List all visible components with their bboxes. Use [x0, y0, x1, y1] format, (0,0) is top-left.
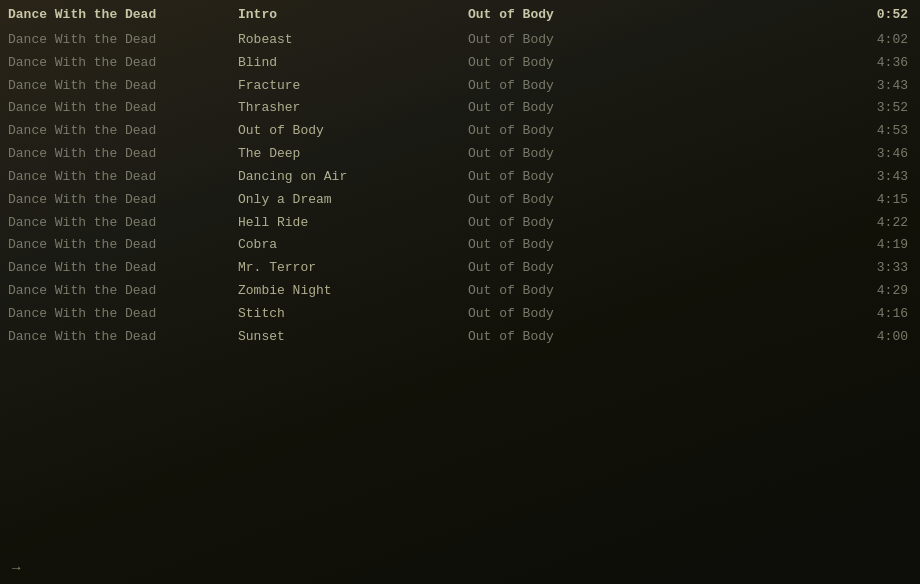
track-artist: Dance With the Dead [8, 145, 238, 164]
track-title: Zombie Night [238, 282, 468, 301]
track-artist: Dance With the Dead [8, 191, 238, 210]
table-row[interactable]: Dance With the DeadThe DeepOut of Body3:… [0, 143, 920, 166]
track-artist: Dance With the Dead [8, 99, 238, 118]
track-artist: Dance With the Dead [8, 54, 238, 73]
track-album: Out of Body [468, 214, 698, 233]
track-title: Stitch [238, 305, 468, 324]
track-album: Out of Body [468, 168, 698, 187]
track-artist: Dance With the Dead [8, 168, 238, 187]
header-album: Out of Body [468, 6, 698, 25]
table-row[interactable]: Dance With the DeadFractureOut of Body3:… [0, 75, 920, 98]
table-row[interactable]: Dance With the DeadHell RideOut of Body4… [0, 212, 920, 235]
track-artist: Dance With the Dead [8, 305, 238, 324]
track-album: Out of Body [468, 191, 698, 210]
track-duration: 4:02 [698, 31, 912, 50]
track-duration: 4:36 [698, 54, 912, 73]
track-album: Out of Body [468, 305, 698, 324]
header-title: Intro [238, 6, 468, 25]
track-duration: 4:15 [698, 191, 912, 210]
track-list-header: Dance With the Dead Intro Out of Body 0:… [0, 4, 920, 27]
table-row[interactable]: Dance With the DeadRobeastOut of Body4:0… [0, 29, 920, 52]
track-artist: Dance With the Dead [8, 77, 238, 96]
track-duration: 4:00 [698, 328, 912, 347]
table-row[interactable]: Dance With the DeadStitchOut of Body4:16 [0, 303, 920, 326]
track-title: Only a Dream [238, 191, 468, 210]
track-album: Out of Body [468, 122, 698, 141]
track-title: Dancing on Air [238, 168, 468, 187]
track-album: Out of Body [468, 259, 698, 278]
track-title: Cobra [238, 236, 468, 255]
track-title: Robeast [238, 31, 468, 50]
track-artist: Dance With the Dead [8, 214, 238, 233]
header-artist: Dance With the Dead [8, 6, 238, 25]
track-artist: Dance With the Dead [8, 259, 238, 278]
track-duration: 3:46 [698, 145, 912, 164]
track-duration: 4:19 [698, 236, 912, 255]
table-row[interactable]: Dance With the DeadSunsetOut of Body4:00 [0, 326, 920, 349]
track-title: Blind [238, 54, 468, 73]
track-duration: 4:29 [698, 282, 912, 301]
track-duration: 4:22 [698, 214, 912, 233]
track-duration: 3:43 [698, 168, 912, 187]
table-row[interactable]: Dance With the DeadThrasherOut of Body3:… [0, 97, 920, 120]
track-title: Fracture [238, 77, 468, 96]
track-album: Out of Body [468, 145, 698, 164]
table-row[interactable]: Dance With the DeadMr. TerrorOut of Body… [0, 257, 920, 280]
table-row[interactable]: Dance With the DeadOut of BodyOut of Bod… [0, 120, 920, 143]
track-album: Out of Body [468, 31, 698, 50]
track-list: Dance With the Dead Intro Out of Body 0:… [0, 0, 920, 353]
track-title: The Deep [238, 145, 468, 164]
track-duration: 3:52 [698, 99, 912, 118]
table-row[interactable]: Dance With the DeadCobraOut of Body4:19 [0, 234, 920, 257]
track-artist: Dance With the Dead [8, 122, 238, 141]
bottom-arrow-icon: → [12, 560, 20, 576]
table-row[interactable]: Dance With the DeadDancing on AirOut of … [0, 166, 920, 189]
header-duration: 0:52 [698, 6, 912, 25]
track-album: Out of Body [468, 328, 698, 347]
track-title: Hell Ride [238, 214, 468, 233]
track-album: Out of Body [468, 236, 698, 255]
track-duration: 4:53 [698, 122, 912, 141]
track-title: Sunset [238, 328, 468, 347]
track-artist: Dance With the Dead [8, 236, 238, 255]
track-album: Out of Body [468, 77, 698, 96]
track-title: Out of Body [238, 122, 468, 141]
track-artist: Dance With the Dead [8, 328, 238, 347]
table-row[interactable]: Dance With the DeadOnly a DreamOut of Bo… [0, 189, 920, 212]
track-duration: 3:43 [698, 77, 912, 96]
track-artist: Dance With the Dead [8, 31, 238, 50]
track-title: Mr. Terror [238, 259, 468, 278]
track-duration: 4:16 [698, 305, 912, 324]
track-album: Out of Body [468, 54, 698, 73]
table-row[interactable]: Dance With the DeadZombie NightOut of Bo… [0, 280, 920, 303]
track-duration: 3:33 [698, 259, 912, 278]
track-artist: Dance With the Dead [8, 282, 238, 301]
track-title: Thrasher [238, 99, 468, 118]
track-album: Out of Body [468, 99, 698, 118]
table-row[interactable]: Dance With the DeadBlindOut of Body4:36 [0, 52, 920, 75]
track-album: Out of Body [468, 282, 698, 301]
